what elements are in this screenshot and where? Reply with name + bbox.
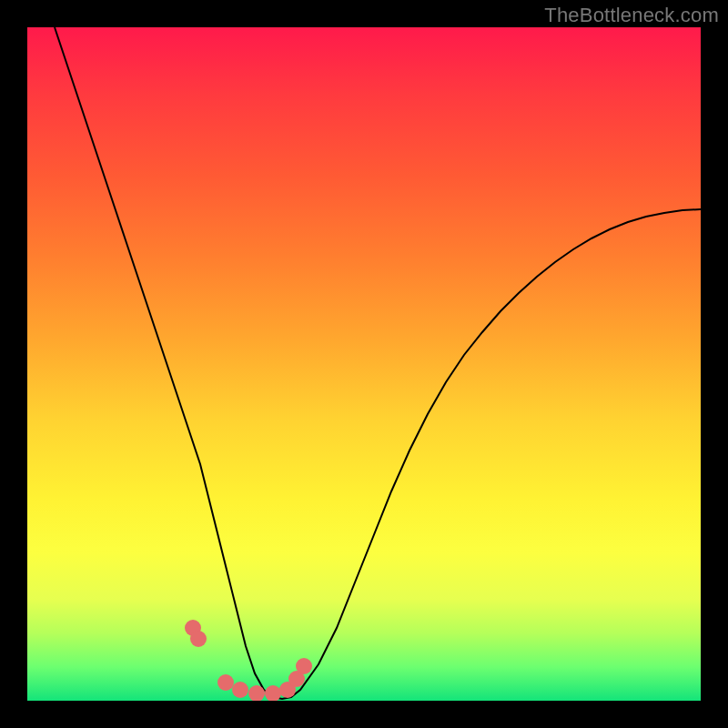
valley-marker [190, 631, 207, 647]
plot-area [27, 27, 701, 701]
valley-marker [232, 682, 248, 698]
valley-marker [217, 674, 234, 691]
valley-marker [296, 658, 312, 674]
valley-markers-group [185, 620, 312, 701]
chart-frame: TheBottleneck.com [0, 0, 728, 728]
valley-marker [265, 685, 281, 701]
curve-svg [27, 27, 701, 701]
bottleneck-curve-path [55, 27, 701, 699]
watermark-text: TheBottleneck.com [544, 4, 719, 27]
